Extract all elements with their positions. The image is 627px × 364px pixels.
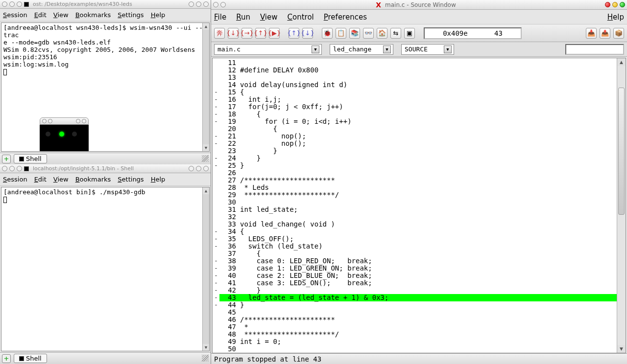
source-line[interactable]: 37 {: [213, 250, 626, 257]
source-line[interactable]: -38 case 0: LED_RED_ON; break;: [213, 257, 626, 265]
win-btn-c-icon[interactable]: [203, 1, 209, 7]
breakpoint-gutter[interactable]: [213, 59, 219, 67]
source-line[interactable]: -40 case 2: LED_BLUE_ON; break;: [213, 272, 626, 279]
source-line[interactable]: 11: [213, 59, 626, 67]
breakpoint-gutter[interactable]: -: [213, 294, 219, 301]
breakpoint-gutter[interactable]: -: [213, 228, 219, 235]
scrollbar[interactable]: ▲▼: [202, 23, 209, 151]
source-line[interactable]: 50: [213, 345, 626, 353]
source-line[interactable]: -44}: [213, 301, 626, 309]
win-btn-a-icon[interactable]: [189, 1, 194, 7]
source-line[interactable]: 28 * Leds: [213, 184, 626, 191]
source-line[interactable]: 33void led_change( void ): [213, 221, 626, 228]
up-frame-button[interactable]: {↑}: [289, 28, 299, 39]
address-field[interactable]: 0x409e 43: [424, 27, 522, 39]
breakpoint-gutter[interactable]: [213, 250, 219, 257]
win-close-icon[interactable]: [2, 166, 7, 171]
breakpoint-gutter[interactable]: [213, 323, 219, 331]
function-dropdown[interactable]: led_change ▼: [330, 44, 393, 55]
win-close-icon[interactable]: [605, 2, 610, 7]
resize-grip-icon[interactable]: [202, 155, 209, 162]
source-line[interactable]: -15{: [213, 89, 626, 96]
breakpoint-gutter[interactable]: [213, 169, 219, 177]
console-button[interactable]: ▣: [404, 28, 415, 39]
source-line[interactable]: -24 }: [213, 155, 626, 162]
source-line[interactable]: -35 LEDS_OFF();: [213, 235, 626, 243]
menu-help[interactable]: Help: [607, 13, 624, 22]
menu-settings[interactable]: Settings: [118, 176, 144, 183]
menu-help[interactable]: Help: [151, 176, 166, 183]
continue-button[interactable]: {▶}: [269, 28, 280, 39]
win-btn-icon[interactable]: [220, 2, 226, 7]
source-line[interactable]: 29 **********************/: [213, 191, 626, 199]
source-line[interactable]: 23 }: [213, 147, 626, 155]
win-btn-icon[interactable]: [213, 2, 218, 7]
source-line[interactable]: -22 nop();: [213, 140, 626, 147]
device-titlebar[interactable]: [40, 117, 89, 125]
breakpoint-gutter[interactable]: [213, 206, 219, 213]
win-min-icon[interactable]: [9, 1, 15, 7]
menu-bookmarks[interactable]: Bookmarks: [75, 176, 111, 183]
breakpoint-gutter[interactable]: -: [213, 118, 219, 125]
source-line[interactable]: 48 **********************/: [213, 331, 626, 338]
breakpoint-gutter[interactable]: [213, 184, 219, 191]
wsim-device-window[interactable]: [40, 117, 89, 152]
breakpoint-gutter[interactable]: -: [213, 111, 219, 118]
breakpoint-gutter[interactable]: [213, 345, 219, 353]
source-line[interactable]: 32: [213, 213, 626, 221]
breakpoint-gutter[interactable]: -: [213, 133, 219, 140]
source-line[interactable]: 30: [213, 199, 626, 206]
menu-run[interactable]: Run: [236, 13, 250, 22]
finish-button[interactable]: {↑}: [255, 28, 266, 39]
menu-help[interactable]: Help: [151, 11, 166, 19]
source-line[interactable]: 20 {: [213, 125, 626, 133]
source-line[interactable]: -39 case 1: LED_GREEN_ON; break;: [213, 265, 626, 272]
menu-edit[interactable]: Edit: [34, 176, 47, 183]
source-line[interactable]: 13: [213, 74, 626, 81]
breakpoint-gutter[interactable]: [213, 331, 219, 338]
menu-view[interactable]: View: [53, 11, 69, 19]
file-dropdown[interactable]: main.c ▼: [214, 44, 322, 55]
source-line[interactable]: -17 for(j=0; j < 0xff; j++): [213, 103, 626, 111]
win-min-icon[interactable]: [9, 166, 15, 171]
breakpoint-gutter[interactable]: [213, 125, 219, 133]
win-btn-c-icon[interactable]: [203, 166, 209, 171]
down-frame-button[interactable]: {↓}: [302, 28, 313, 39]
resize-grip-icon[interactable]: [202, 355, 209, 362]
breakpoint-gutter[interactable]: [213, 221, 219, 228]
source-view[interactable]: 11 12#define DELAY 0x800 13 14void delay…: [212, 58, 626, 353]
menu-edit[interactable]: Edit: [34, 11, 47, 19]
source-line[interactable]: -16 int i,j;: [213, 96, 626, 103]
menu-bookmarks[interactable]: Bookmarks: [75, 11, 111, 19]
registers-button[interactable]: 📋: [336, 28, 346, 39]
breakpoint-gutter[interactable]: -: [213, 162, 219, 169]
stack-same-button[interactable]: 📦: [613, 28, 624, 39]
mode-dropdown[interactable]: SOURCE ▼: [401, 44, 454, 55]
source-line[interactable]: -36 switch (led_state): [213, 243, 626, 250]
menu-session[interactable]: Session: [3, 176, 27, 183]
win-btn-b-icon[interactable]: [196, 1, 201, 7]
menu-view[interactable]: View: [53, 176, 69, 183]
breakpoint-gutter[interactable]: -: [213, 155, 219, 162]
breakpoint-gutter[interactable]: -: [213, 89, 219, 96]
menu-preferences[interactable]: Preferences: [324, 13, 367, 22]
win-max-icon[interactable]: [620, 2, 625, 7]
menu-control[interactable]: Control: [288, 13, 314, 22]
add-tab-button[interactable]: +: [2, 155, 11, 163]
source-line[interactable]: -25}: [213, 162, 626, 169]
source-line[interactable]: -18 {: [213, 111, 626, 118]
breakpoint-gutter[interactable]: -: [213, 287, 219, 294]
breakpoint-gutter[interactable]: [213, 81, 219, 89]
panel2-terminal[interactable]: [andreea@localhost bin]$ ./msp430-gdb ▲▼: [1, 187, 210, 351]
menu-file[interactable]: File: [214, 13, 226, 22]
source-line[interactable]: -21 nop();: [213, 133, 626, 140]
breakpoint-gutter[interactable]: [213, 338, 219, 345]
source-line[interactable]: 12#define DELAY 0x800: [213, 67, 626, 74]
home-button[interactable]: 🏠: [377, 28, 387, 39]
breakpoint-gutter[interactable]: -: [213, 103, 219, 111]
source-line[interactable]: 49int i = 0;: [213, 338, 626, 345]
scrollbar-thumb[interactable]: [618, 88, 625, 215]
memory-button[interactable]: 📚: [349, 28, 360, 39]
menu-session[interactable]: Session: [3, 11, 27, 19]
breakpoint-gutter[interactable]: [213, 67, 219, 74]
